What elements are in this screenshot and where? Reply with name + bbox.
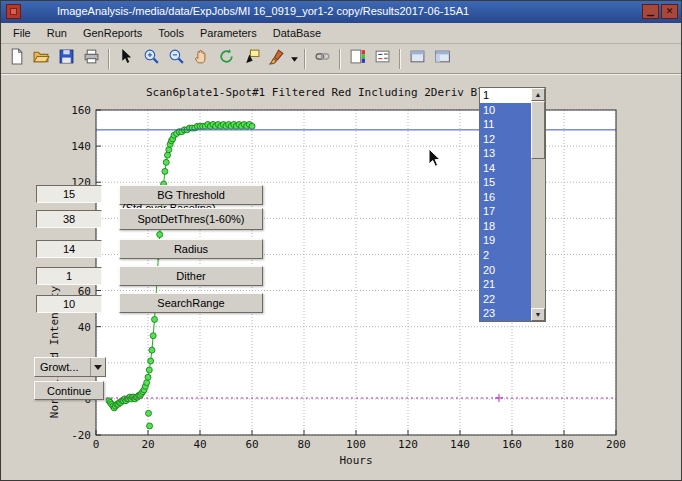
plot-svg: 020406080100120140160180200-200204060801… [1,80,682,481]
listbox-scrollbar[interactable]: ▲ ▼ [531,88,545,321]
close-button[interactable]: ✕ [661,4,678,19]
insert-legend-icon [374,48,391,69]
listbox-item-20[interactable]: 20 [480,263,531,278]
data-cursor-icon [243,48,260,69]
menubar: FileRunGenReportsToolsParametersDataBase [1,23,681,44]
listbox-item-21[interactable]: 21 [480,277,531,292]
zoom-out-button[interactable] [164,47,189,71]
growth-popup-value: Growt... [35,361,90,373]
scroll-thumb[interactable] [531,101,545,159]
svg-text:60: 60 [245,438,258,451]
listbox-item-11[interactable]: 11 [480,117,531,132]
app-window: ImageAnalysis-/media/data/ExpJobs/MI 16_… [0,0,682,481]
scroll-up-icon[interactable]: ▲ [531,88,545,101]
menu-item-run[interactable]: Run [39,24,75,42]
svg-text:100: 100 [346,438,366,451]
svg-text:Hours: Hours [339,454,372,467]
open-folder-icon [33,48,50,69]
zoom-in-button[interactable] [139,47,164,71]
listbox-items: 110111213141516171819220212223 [480,88,531,321]
print-button[interactable] [79,47,104,71]
titlebar[interactable]: ImageAnalysis-/media/data/ExpJobs/MI 16_… [1,1,681,23]
insert-colorbar-button[interactable] [345,47,370,71]
listbox-item-10[interactable]: 10 [480,103,531,118]
listbox-item-15[interactable]: 15 [480,175,531,190]
svg-text:0: 0 [93,438,100,451]
popup-arrow-icon[interactable] [90,358,105,376]
listbox-item-22[interactable]: 22 [480,292,531,307]
listbox-item-2[interactable]: 2 [480,248,531,263]
listbox-item-13[interactable]: 13 [480,146,531,161]
listbox-item-12[interactable]: 12 [480,132,531,147]
bg-threshold-input[interactable] [36,185,102,203]
listbox-item-17[interactable]: 17 [480,204,531,219]
listbox-item-16[interactable]: 16 [480,190,531,205]
rotate-3d-icon [218,48,235,69]
listbox-item-23[interactable]: 23 [480,306,531,321]
mouse-cursor-icon [428,148,442,168]
minimize-button[interactable]: ▁ [642,4,659,19]
figure-area: 020406080100120140160180200-200204060801… [1,73,681,480]
hide-plot-tools-button[interactable] [405,47,430,71]
zoom-in-icon [143,48,160,69]
insert-colorbar-icon [349,48,366,69]
spotdetthres-input[interactable] [36,210,102,228]
menu-item-parameters[interactable]: Parameters [192,24,265,42]
arrow-cursor-button[interactable] [114,47,139,71]
listbox: 110111213141516171819220212223 ▲ ▼ [479,87,546,322]
listbox-item-19[interactable]: 19 [480,233,531,248]
svg-text:-20: -20 [71,429,91,442]
svg-text:80: 80 [297,438,310,451]
toolbar-separator [108,49,110,69]
insert-legend-button[interactable] [370,47,395,71]
window-icon [6,4,21,19]
toolbar [1,44,681,73]
spotdetthres-button[interactable]: SpotDetThres(1-60%) [119,208,263,230]
svg-text:Scan6plate1-Spot#1 Filtered Re: Scan6plate1-Spot#1 Filtered Red Includin… [146,86,484,99]
new-document-button[interactable] [4,47,29,71]
brush-button[interactable] [264,47,289,71]
open-folder-button[interactable] [29,47,54,71]
svg-text:180: 180 [554,438,574,451]
zoom-out-icon [168,48,185,69]
show-plot-tools-icon [434,48,451,69]
link-plot-button[interactable] [310,47,335,71]
svg-text:40: 40 [78,321,91,334]
menu-item-database[interactable]: DataBase [265,24,329,42]
save-button[interactable] [54,47,79,71]
toolbar-separator [304,49,306,69]
window-title: ImageAnalysis-/media/data/ExpJobs/MI 16_… [57,1,469,22]
arrow-cursor-icon [118,48,135,69]
hide-plot-tools-icon [409,48,426,69]
menu-item-tools[interactable]: Tools [150,24,192,42]
new-document-icon [8,48,25,69]
link-plot-icon [314,48,331,69]
listbox-item-18[interactable]: 18 [480,219,531,234]
save-icon [58,48,75,69]
svg-text:120: 120 [398,438,418,451]
growth-popup[interactable]: Growt... [34,357,106,377]
svg-text:200: 200 [606,438,626,451]
radius-input[interactable] [36,240,102,258]
dither-button[interactable]: Dither [119,266,263,286]
brush-menu-arrow-button[interactable] [289,47,300,71]
svg-text:40: 40 [193,438,206,451]
svg-text:140: 140 [450,438,470,451]
svg-text:140: 140 [71,140,91,153]
svg-text:160: 160 [71,104,91,117]
scroll-down-icon[interactable]: ▼ [531,308,545,321]
menu-item-file[interactable]: File [5,24,39,42]
continue-button[interactable]: Continue [34,381,104,400]
listbox-item-14[interactable]: 14 [480,161,531,176]
show-plot-tools-button[interactable] [430,47,455,71]
pan-hand-icon [193,48,210,69]
dither-input[interactable] [36,267,102,285]
pan-hand-button[interactable] [189,47,214,71]
searchrange-button[interactable]: SearchRange [119,293,263,313]
rotate-3d-button[interactable] [214,47,239,71]
data-cursor-button[interactable] [239,47,264,71]
menu-item-genreports[interactable]: GenReports [75,24,150,42]
radius-button[interactable]: Radius [119,239,263,259]
searchrange-input[interactable] [36,295,102,313]
listbox-item-1[interactable]: 1 [480,88,531,103]
